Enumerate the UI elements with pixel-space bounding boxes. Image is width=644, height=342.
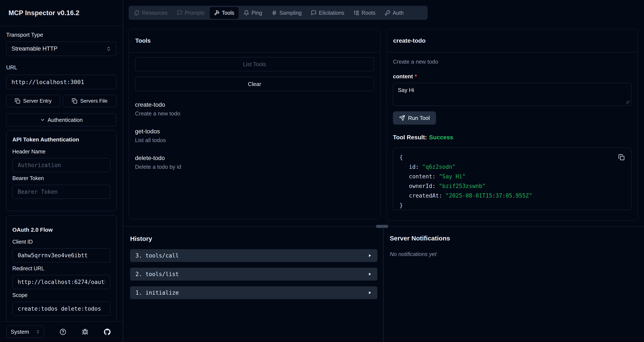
hammer-icon: [214, 10, 220, 16]
tool-description: Delete a todo by id: [135, 164, 374, 170]
header-name-label: Header Name: [12, 148, 110, 155]
tab-ping[interactable]: Ping: [239, 7, 266, 19]
tool-list-item-create-todo[interactable]: create-todo Create a new todo: [135, 101, 374, 117]
run-tool-button[interactable]: Run Tool: [393, 111, 436, 125]
tab-roots[interactable]: Roots: [350, 7, 380, 19]
folder-tree-icon: [354, 10, 359, 16]
history-row-label: 2. tools/list: [136, 271, 179, 277]
tool-description: Create a new todo: [135, 110, 374, 117]
key-icon: [385, 10, 390, 16]
required-asterisk: *: [415, 73, 417, 80]
tab-sampling[interactable]: Sampling: [267, 7, 306, 19]
history-row-label: 3. tools/call: [136, 252, 179, 259]
oauth-card: OAuth 2.0 Flow Client ID Redirect URL Sc…: [6, 215, 116, 321]
json-value: "2025-08-01T15:37:05.955Z": [446, 193, 532, 199]
redirect-url-input[interactable]: [12, 275, 110, 289]
history-panel: History 3. tools/call 2. tools/list 1. i…: [123, 227, 384, 342]
tab-label: Ping: [252, 10, 262, 16]
json-open-brace: {: [400, 152, 625, 162]
tool-run-title: create-todo: [393, 37, 426, 44]
content-field-label: content*: [393, 73, 632, 80]
copy-icon: [72, 98, 77, 104]
tools-panel: Tools List Tools Clear create-todo Creat…: [129, 29, 380, 219]
tool-run-description: Create a new todo: [393, 58, 632, 65]
tab-label: Sampling: [280, 10, 302, 16]
tools-panel-title: Tools: [135, 37, 151, 44]
tab-label: Resources: [142, 10, 168, 16]
tool-result-line: Tool Result:Success: [393, 134, 632, 141]
authentication-toggle[interactable]: Authentication: [6, 113, 116, 126]
content-field-label-text: content: [393, 73, 413, 80]
transport-type-label: Transport Type: [6, 32, 116, 38]
json-key: createdAt:: [409, 193, 446, 199]
tab-label: Roots: [362, 10, 376, 16]
tab-label: Tools: [222, 10, 234, 16]
list-tools-button[interactable]: List Tools: [135, 57, 374, 71]
footer-icon-buttons: [58, 327, 112, 337]
content-textarea[interactable]: Say Hi: [393, 83, 632, 106]
theme-select[interactable]: System: [6, 325, 44, 338]
json-value: "Say Hi": [439, 173, 466, 180]
tool-run-body: Create a new todo content* Say Hi Run To…: [387, 53, 638, 210]
api-token-card: API Token Authentication Header Name Bea…: [6, 130, 116, 211]
tools-panel-body: List Tools Clear create-todo Create a ne…: [129, 53, 380, 170]
transport-type-select[interactable]: Streamable HTTP: [6, 42, 116, 56]
tab-resources[interactable]: Resources: [130, 7, 172, 19]
tool-name: get-todos: [135, 128, 374, 135]
sidebar-footer: System: [0, 321, 123, 342]
server-notifications-title: Server Notifications: [390, 235, 644, 242]
server-entry-label: Server Entry: [23, 98, 52, 104]
theme-value: System: [11, 328, 29, 335]
url-input[interactable]: [6, 75, 116, 89]
history-row-tools-call[interactable]: 3. tools/call: [130, 249, 377, 262]
github-button[interactable]: [102, 327, 112, 337]
servers-file-label: Servers File: [80, 98, 108, 104]
oauth-title: OAuth 2.0 Flow: [12, 227, 110, 233]
history-title: History: [130, 235, 377, 242]
tool-list-item-get-todos[interactable]: get-todos List all todos: [135, 128, 374, 143]
json-entry-id: id: "q6z2sodn": [400, 162, 625, 172]
servers-file-button[interactable]: Servers File: [63, 95, 117, 107]
bell-icon: [244, 10, 249, 16]
json-value: "q6z2sodn": [422, 164, 456, 170]
tab-auth[interactable]: Auth: [380, 7, 408, 19]
clear-tools-button[interactable]: Clear: [135, 77, 374, 91]
history-row-initialize[interactable]: 1. initialize: [130, 286, 377, 299]
bug-icon: [82, 328, 88, 335]
copy-result-button[interactable]: [617, 152, 626, 162]
message-square-icon: [311, 10, 316, 16]
server-notifications-panel: Server Notifications No notifications ye…: [384, 227, 644, 342]
tool-run-panel: create-todo Create a new todo content* S…: [386, 29, 638, 221]
message-square-icon: [177, 10, 182, 16]
play-triangle-icon: [367, 272, 372, 276]
help-button[interactable]: [58, 327, 68, 337]
history-row-tools-list[interactable]: 2. tools/list: [130, 268, 377, 281]
play-triangle-icon: [367, 253, 372, 258]
server-entry-button[interactable]: Server Entry: [6, 95, 60, 107]
app-title: MCP Inspector v0.16.2: [8, 9, 80, 17]
bug-report-button[interactable]: [80, 327, 90, 337]
tab-elicitations[interactable]: Elicitations: [307, 7, 348, 19]
header-name-input[interactable]: [12, 158, 110, 172]
scope-input[interactable]: [12, 302, 110, 316]
tab-prompts[interactable]: Prompts: [173, 7, 209, 19]
content-textarea-value: Say Hi: [398, 87, 414, 93]
github-icon: [104, 328, 110, 335]
main-tab-bar: Resources Prompts Tools Ping Sampling El…: [129, 6, 428, 20]
scope-label: Scope: [12, 292, 110, 298]
sidebar-header: MCP Inspector v0.16.2: [0, 0, 123, 26]
play-triangle-icon: [367, 290, 372, 295]
tab-tools[interactable]: Tools: [210, 7, 238, 19]
bearer-token-input[interactable]: [12, 185, 110, 199]
textarea-resize-handle[interactable]: [626, 101, 630, 104]
send-icon: [399, 115, 405, 121]
json-entry-content: content: "Say Hi": [400, 172, 625, 181]
json-key: id:: [409, 164, 422, 170]
json-close-brace: }: [400, 201, 625, 210]
bearer-token-label: Bearer Token: [12, 175, 110, 181]
copy-icon: [15, 98, 20, 104]
tool-list-item-delete-todo[interactable]: delete-todo Delete a todo by id: [135, 155, 374, 170]
client-id-input[interactable]: [12, 248, 110, 262]
tool-description: List all todos: [135, 137, 374, 143]
api-token-title: API Token Authentication: [12, 136, 110, 143]
